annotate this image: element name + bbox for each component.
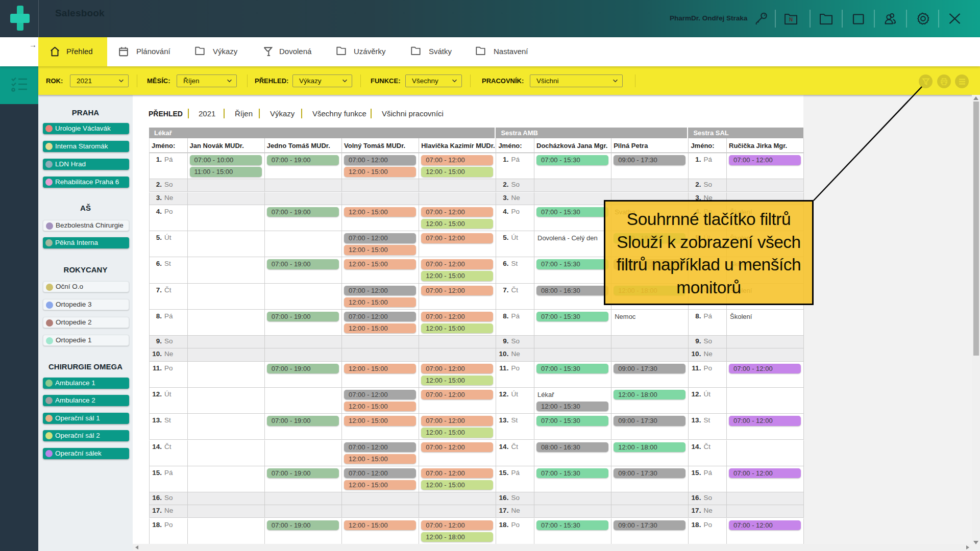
- svg-text:N: N: [789, 17, 793, 22]
